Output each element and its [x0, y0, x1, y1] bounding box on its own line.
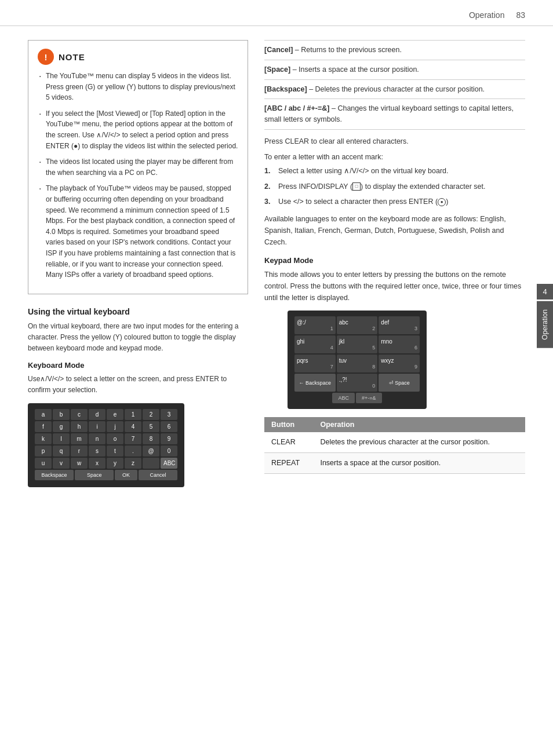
side-tab-number: 4 — [537, 284, 553, 300]
kb-key-1: 1 — [125, 409, 141, 420]
kb-key-b: b — [53, 409, 70, 420]
info-cancel-value: Returns to the previous screen. — [301, 46, 402, 54]
info-space-key: [Space] — [264, 65, 290, 74]
info-items: [Cancel] – Returns to the previous scree… — [264, 40, 525, 130]
info-cancel-sep: – — [293, 46, 301, 54]
keypad-mode-title: Keypad Mode — [264, 256, 525, 265]
info-cancel: [Cancel] – Returns to the previous scree… — [264, 40, 525, 60]
kb-key-r: r — [71, 445, 88, 456]
accent-step-1-num: 1. — [264, 166, 274, 177]
kb-key-backspace: Backspace — [35, 470, 74, 480]
kp-cell-2: abc 2 — [337, 316, 378, 334]
info-cancel-key: [Cancel] — [264, 46, 293, 54]
accent-step-3-text: Use </> to select a character then press… — [278, 196, 448, 207]
accent-intro: To enter a letter with an accent mark: — [264, 153, 525, 161]
info-space-sep: – — [290, 65, 299, 74]
kp-abc-btn: ABC — [332, 393, 355, 403]
info-abc-key: [ABC / abc / #+-=&] — [264, 104, 330, 112]
note-header: ! NOTE — [38, 49, 238, 65]
kp-row-1: @:/ 1 abc 2 def 3 — [294, 316, 420, 334]
operation-table: Button Operation CLEAR Deletes the previ… — [264, 417, 525, 474]
kb-key-z: z — [125, 458, 141, 469]
page: Operation 83 4 Operation ! NOTE The YouT… — [0, 0, 553, 756]
kb-key-abc: ABC — [161, 458, 177, 469]
page-header: Operation 83 — [0, 0, 553, 26]
kb-key-5: 5 — [143, 421, 159, 432]
info-backspace-sep: – — [307, 85, 315, 93]
info-backspace-value: Deletes the previous character at the cu… — [315, 85, 485, 93]
kb-row-5: u v w x y z ABC — [35, 458, 177, 469]
accent-section: To enter a letter with an accent mark: 1… — [264, 153, 525, 207]
kp-bottom-row: ABC #+-=& — [294, 393, 420, 403]
table-cell-repeat-button: REPEAT — [264, 452, 313, 473]
kp-cell-0: .,?! 0 — [337, 374, 378, 392]
accent-step-1: 1. Select a letter using ∧/V/</> on the … — [264, 166, 525, 177]
kb-row-6: Backspace Space OK Cancel — [35, 470, 177, 480]
kb-key-3: 3 — [161, 409, 177, 420]
table-header-button: Button — [264, 417, 313, 432]
note-label: NOTE — [59, 52, 85, 62]
kb-key-f: f — [35, 421, 52, 432]
kb-key-q: q — [53, 445, 70, 456]
kb-key-w: w — [71, 458, 88, 469]
kp-cell-6: mno 6 — [379, 335, 420, 353]
kb-key-g: g — [53, 421, 70, 432]
kb-key-v: v — [53, 458, 70, 469]
kb-key-l: l — [53, 433, 70, 444]
kb-row-3: k l m n o 7 8 9 — [35, 433, 177, 444]
kp-cell-1: @:/ 1 — [294, 316, 336, 334]
keypad-mode-desc: This mode allows you to enter letters by… — [264, 269, 525, 304]
keyboard-mode-title: Keyboard Mode — [28, 361, 248, 370]
kp-cell-4: ghi 4 — [294, 335, 336, 353]
display-icon: □ — [352, 182, 361, 191]
kb-key-d: d — [89, 409, 105, 420]
kb-key-space: Space — [75, 470, 114, 480]
virtual-keyboard-intro: On the virtual keyboard, there are two i… — [28, 321, 248, 355]
kb-row-1: a b c d e 1 2 3 — [35, 409, 177, 420]
accent-step-2-text: Press INFO/DISPLAY (□) to display the ex… — [278, 181, 485, 192]
accent-step-3-num: 3. — [264, 196, 274, 207]
accent-step-2: 2. Press INFO/DISPLAY (□) to display the… — [264, 181, 525, 192]
kb-key-6: 6 — [161, 421, 177, 432]
kb-row-2: f g h i j 4 5 6 — [35, 421, 177, 432]
table-header-operation: Operation — [313, 417, 525, 432]
note-item-1: The YouTube™ menu can display 5 videos i… — [38, 71, 238, 103]
kb-key-empty — [143, 458, 159, 469]
kb-key-e: e — [107, 409, 123, 420]
kp-cell-7: pqrs 7 — [294, 355, 336, 372]
kb-key-ok: OK — [115, 470, 137, 480]
note-box: ! NOTE The YouTube™ menu can display 5 v… — [28, 40, 248, 294]
kb-key-8: 8 — [143, 433, 159, 444]
table-cell-clear-operation: Deletes the previous character at the cu… — [313, 432, 525, 452]
info-backspace: [Backspace] – Deletes the previous chara… — [264, 80, 525, 100]
kb-key-y: y — [107, 458, 123, 469]
kb-key-9: 9 — [161, 433, 177, 444]
kb-key-m: m — [71, 433, 88, 444]
kb-key-t: t — [107, 445, 123, 456]
accent-step-2-num: 2. — [264, 181, 274, 192]
clear-text: Press CLEAR to clear all entered charact… — [264, 136, 525, 147]
note-item-4: The playback of YouTube™ videos may be p… — [38, 183, 238, 280]
kb-key-0: 0 — [161, 445, 177, 456]
info-abc: [ABC / abc / #+-=&] – Changes the virtua… — [264, 99, 525, 130]
kp-row-3: pqrs 7 tuv 8 wxyz 9 — [294, 355, 420, 372]
kp-symbols-btn: #+-=& — [356, 393, 382, 403]
kb-key-4: 4 — [125, 421, 141, 432]
kp-cell-9: wxyz 9 — [379, 355, 420, 372]
kb-key-2: 2 — [143, 409, 159, 420]
accent-step-1-text: Select a letter using ∧/V/</> on the vir… — [278, 166, 449, 177]
kb-key-at: @ — [143, 445, 159, 456]
note-icon: ! — [38, 49, 54, 65]
kb-key-h: h — [71, 421, 88, 432]
kb-key-k: k — [35, 433, 52, 444]
info-abc-sep: – — [330, 104, 338, 112]
left-column: ! NOTE The YouTube™ menu can display 5 v… — [28, 40, 248, 487]
kp-cell-space: ⏎ Space — [379, 374, 420, 392]
kb-key-dot: . — [125, 445, 141, 456]
table-cell-clear-button: CLEAR — [264, 432, 313, 452]
kb-key-7: 7 — [125, 433, 141, 444]
right-column: [Cancel] – Returns to the previous scree… — [264, 40, 525, 487]
kp-cell-5: jkl 5 — [337, 335, 378, 353]
kb-key-cancel: Cancel — [139, 470, 177, 480]
header-section-title: Operation — [469, 10, 504, 20]
